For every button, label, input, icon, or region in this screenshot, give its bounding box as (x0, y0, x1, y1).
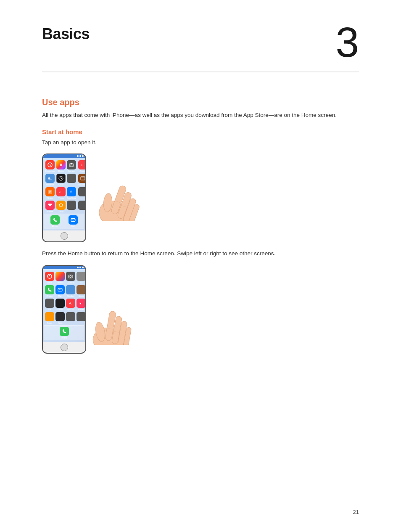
app-icon-health (45, 201, 55, 210)
app-label: Notes (47, 197, 53, 199)
iphone-mockup-2: Clock Photos Camera Alt (42, 265, 86, 354)
app-icon-newsstand (78, 174, 86, 183)
app-label: Photos (58, 170, 64, 172)
app-icon-camera (67, 160, 76, 169)
app-icon-food (56, 201, 66, 210)
status-bar-2 (43, 266, 85, 269)
svg-point-3 (60, 164, 62, 166)
app-label: Alt (80, 281, 82, 284)
section-use-apps-title: Use apps (42, 98, 359, 107)
app-cell: Phone (45, 285, 54, 297)
app-label: Weather (67, 295, 75, 297)
app-label: Set (48, 308, 51, 311)
app-cell: Pass (55, 312, 65, 324)
app-cell: A App Store (67, 187, 76, 199)
app-cell: ♥ Health (77, 299, 86, 311)
home-button-2 (61, 344, 68, 351)
app-label: Camera (68, 170, 75, 172)
status-bar-1 (43, 154, 85, 158)
subsection-start-at-home-body2: Press the Home button to return to the H… (42, 249, 359, 258)
svg-rect-6 (71, 163, 72, 164)
dock-mail-icon (69, 215, 78, 225)
app-icon-reminders (45, 160, 55, 169)
app-grid-1: Reminders Photos Camera (44, 159, 84, 214)
app-icon (45, 299, 54, 308)
app-cell: Photos (55, 272, 65, 284)
app-icon (66, 272, 75, 281)
signal-dot (77, 155, 79, 157)
app-icon (45, 272, 54, 281)
svg-text:♪: ♪ (59, 190, 61, 194)
signal-dot-2 (77, 267, 79, 268)
app-icon-itunes: ♪ (78, 160, 86, 169)
app-label: Photos (57, 281, 63, 284)
app-label: iTunes (57, 308, 63, 311)
app-icon (77, 312, 86, 321)
app-cell-dock: Mail (69, 215, 78, 228)
dock-bar-1: Phone Mail (44, 214, 84, 229)
hand-tap-illustration (86, 154, 170, 221)
app-icon: ♥ (77, 299, 86, 308)
app-label-dock: Mail (71, 225, 75, 228)
app-icon: A (66, 299, 75, 308)
iphone-screen-1: Reminders Photos Camera (43, 158, 85, 230)
app-label: Weather (46, 183, 54, 186)
app-cell-dock: Phone (50, 215, 60, 228)
app-cell: Weather (45, 174, 55, 186)
app-label-dock: Phone (52, 225, 58, 228)
app-icon-photos (56, 160, 66, 169)
dock-phone-icon (50, 215, 60, 225)
svg-rect-13 (81, 177, 85, 180)
app-cell: ♪ iTunes (56, 187, 66, 199)
iphone-mockup-1: Reminders Photos Camera (42, 154, 86, 242)
app-cell (77, 201, 86, 213)
app-label: Mail (58, 295, 62, 297)
app-label: Health (47, 210, 53, 213)
app-icon-blank2 (78, 187, 86, 196)
svg-text:A: A (70, 190, 72, 194)
app-icon (45, 285, 54, 294)
app-icon (55, 285, 65, 294)
app-label: Clock (47, 281, 53, 284)
svg-text:♥: ♥ (79, 302, 82, 305)
app-icon-appstore: A (67, 187, 76, 196)
app-label: Food (58, 210, 63, 213)
app-label: Health (78, 308, 84, 311)
app-cell: Clock (56, 174, 66, 186)
app-cell: Alt (77, 272, 86, 284)
svg-point-21 (59, 204, 63, 207)
app-icon-blank3 (67, 201, 76, 210)
app-icon (55, 312, 65, 321)
svg-text:A: A (69, 301, 71, 305)
subsection-start-at-home-title: Start at home (42, 128, 359, 135)
app-cell: ♪ iTunes (77, 160, 86, 172)
app-label-dock2: Phone (61, 336, 67, 339)
svg-rect-35 (58, 288, 62, 291)
app-grid-2: Clock Photos Camera Alt (44, 271, 84, 325)
app-label: Pass (58, 322, 62, 324)
app-cell-dock2: Phone (60, 327, 69, 339)
iphone-swipe-image-group: Clock Photos Camera Alt (42, 265, 359, 354)
iphone-screen-2: Clock Photos Camera Alt (43, 269, 85, 342)
app-cell: Reminders (45, 160, 55, 172)
app-icon (55, 299, 65, 308)
app-cell: Food (56, 201, 66, 213)
section-use-apps-body: All the apps that come with iPhone—as we… (42, 111, 359, 120)
app-label: Food (47, 322, 52, 324)
dock-bar-2: Phone (44, 325, 84, 340)
svg-point-34 (70, 275, 71, 277)
app-label: Clock (58, 183, 64, 186)
app-cell: A App St. (66, 299, 75, 311)
app-cell (67, 201, 76, 213)
app-icon (45, 312, 54, 321)
svg-text:♪: ♪ (81, 163, 83, 167)
wifi-dot-2 (79, 267, 81, 268)
hand-swipe-illustration (82, 278, 166, 345)
iphone-tap-image-group: Reminders Photos Camera (42, 154, 359, 242)
svg-point-5 (71, 164, 72, 166)
chapter-number: 3 (335, 21, 359, 63)
app-label: Newsstand (77, 183, 86, 186)
app-cell: Camera (66, 272, 75, 284)
app-icon-notes (45, 187, 55, 196)
battery-dot (82, 155, 84, 157)
